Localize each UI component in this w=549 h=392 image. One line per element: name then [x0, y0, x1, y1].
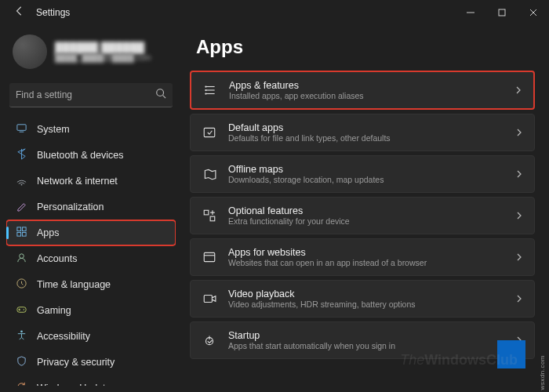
- chevron-right-icon: [515, 167, 523, 181]
- titlebar: Settings: [0, 0, 549, 25]
- card-optional[interactable]: Optional featuresExtra functionality for…: [190, 197, 535, 234]
- close-button[interactable]: [518, 0, 549, 25]
- sidebar-item-label: Windows Update: [37, 383, 111, 386]
- card-apps-features[interactable]: Apps & featuresInstalled apps, app execu…: [190, 71, 535, 110]
- system-icon: [16, 122, 27, 136]
- search-box[interactable]: [9, 83, 173, 107]
- card-subtitle: Extra functionality for your device: [228, 216, 504, 226]
- profile-block[interactable]: ██████ ██████ ████_████@████.com: [6, 28, 176, 80]
- card-title: Apps for websites: [228, 247, 504, 258]
- sidebar-item-label: Accounts: [37, 253, 77, 264]
- startup-icon: [202, 333, 217, 347]
- personalization-icon: [16, 200, 27, 214]
- apps-icon: [16, 226, 27, 240]
- sidebar-item-accessibility[interactable]: Accessibility: [6, 324, 176, 349]
- card-maps[interactable]: Offline mapsDownloads, storage location,…: [190, 155, 535, 193]
- profile-name: ██████ ██████: [55, 42, 151, 53]
- sidebar-item-update[interactable]: Windows Update: [6, 376, 176, 386]
- sidebar-item-time[interactable]: Time & language: [6, 272, 176, 297]
- svg-line-5: [163, 96, 166, 99]
- sidebar-item-accounts[interactable]: Accounts: [6, 246, 176, 271]
- privacy-icon: [16, 355, 27, 369]
- card-websites[interactable]: Apps for websitesWebsites that can open …: [190, 238, 535, 276]
- time-icon: [16, 278, 27, 292]
- sidebar-item-label: Apps: [37, 227, 60, 238]
- card-subtitle: Websites that can open in an app instead…: [228, 258, 504, 267]
- card-title: Video playback: [228, 289, 504, 299]
- back-button[interactable]: [14, 5, 25, 20]
- maps-icon: [202, 167, 217, 181]
- chevron-right-icon: [515, 125, 523, 140]
- sidebar-item-label: Personalization: [37, 201, 104, 212]
- card-default-apps[interactable]: Default appsDefaults for file and link t…: [190, 114, 535, 151]
- optional-icon: [202, 209, 217, 223]
- card-video[interactable]: Video playbackVideo adjustments, HDR str…: [190, 280, 535, 318]
- sidebar-item-label: Accessibility: [37, 331, 90, 342]
- sidebar-item-privacy[interactable]: Privacy & security: [6, 350, 176, 375]
- chevron-right-icon: [514, 83, 522, 97]
- gaming-icon: [16, 303, 27, 318]
- card-startup[interactable]: StartupApps that start automatically whe…: [190, 321, 535, 359]
- card-title: Startup: [228, 330, 504, 341]
- sidebar-item-label: Gaming: [37, 305, 71, 316]
- sidebar-item-label: Bluetooth & devices: [37, 150, 124, 161]
- card-subtitle: Defaults for file and link types, other …: [228, 133, 504, 143]
- accounts-icon: [16, 252, 27, 266]
- sidebar-item-label: System: [37, 124, 70, 135]
- default-apps-icon: [202, 125, 217, 140]
- sidebar-item-system[interactable]: System: [6, 117, 176, 142]
- sidebar-item-network[interactable]: Network & internet: [6, 169, 176, 194]
- chevron-right-icon: [515, 333, 523, 347]
- search-icon: [155, 88, 166, 102]
- settings-cards: Apps & featuresInstalled apps, app execu…: [190, 71, 535, 359]
- video-icon: [202, 292, 217, 306]
- accessibility-icon: [16, 329, 27, 343]
- page-title: Apps: [196, 36, 535, 58]
- maximize-button[interactable]: [486, 0, 518, 25]
- bluetooth-icon: [16, 148, 27, 162]
- chevron-right-icon: [515, 292, 523, 306]
- minimize-button[interactable]: [455, 0, 486, 25]
- chevron-right-icon: [515, 250, 523, 264]
- sidebar-item-label: Network & internet: [37, 176, 118, 187]
- svg-rect-1: [499, 9, 505, 16]
- card-subtitle: Installed apps, app execution aliases: [229, 91, 504, 100]
- websites-icon: [202, 250, 217, 264]
- sidebar-item-gaming[interactable]: Gaming: [6, 298, 176, 323]
- card-title: Apps & features: [229, 80, 504, 91]
- svg-point-4: [157, 89, 164, 96]
- window-title: Settings: [36, 7, 70, 18]
- apps-features-icon: [202, 83, 218, 97]
- content-area: Apps Apps & featuresInstalled apps, app …: [182, 25, 549, 392]
- card-subtitle: Apps that start automatically when you s…: [228, 341, 504, 350]
- avatar: [13, 34, 47, 69]
- update-icon: [16, 381, 27, 386]
- sidebar-item-label: Time & language: [37, 279, 111, 290]
- card-title: Offline maps: [228, 164, 504, 175]
- chevron-right-icon: [515, 209, 523, 223]
- sidebar-item-apps[interactable]: Apps: [6, 220, 176, 245]
- card-subtitle: Downloads, storage location, map updates: [228, 175, 504, 184]
- nav-list: SystemBluetooth & devicesNetwork & inter…: [6, 117, 176, 386]
- card-title: Default apps: [228, 122, 504, 133]
- sidebar-item-bluetooth[interactable]: Bluetooth & devices: [6, 143, 176, 168]
- sidebar-item-label: Privacy & security: [37, 357, 115, 368]
- attribution: wsxdn.com: [539, 355, 546, 390]
- sidebar-item-personalization[interactable]: Personalization: [6, 194, 176, 220]
- search-input[interactable]: [16, 89, 155, 100]
- sidebar: ██████ ██████ ████_████@████.com SystemB…: [0, 25, 182, 392]
- profile-email: ████_████@████.com: [55, 53, 151, 62]
- network-icon: [16, 174, 27, 188]
- card-title: Optional features: [228, 205, 504, 216]
- card-subtitle: Video adjustments, HDR streaming, batter…: [228, 299, 504, 309]
